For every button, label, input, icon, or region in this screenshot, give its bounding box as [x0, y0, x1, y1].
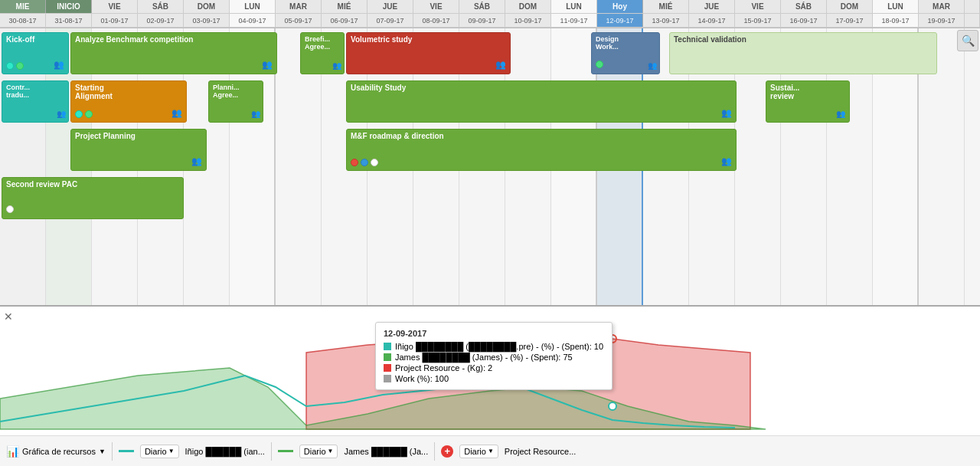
task-title-technical: Technical validation [674, 35, 933, 44]
header-day-rest [965, 0, 980, 13]
chevron-down-icon-resource: ▼ [99, 448, 106, 455]
task-title-usability: Usability Study [351, 84, 732, 92]
legend-inigo [119, 450, 134, 452]
header-day-sat3: SÁB [781, 0, 827, 13]
chevron-down-icon-inigo: ▼ [168, 448, 175, 455]
task-usability-study[interactable]: Usability Study 👥 [346, 80, 737, 123]
date-cell-5: 04-09-17S 36 [230, 14, 276, 27]
task-title-mf: M&F roadmap & direction [351, 132, 732, 140]
task-title-kick-off: Kick-off [6, 35, 64, 44]
dot-green-design [596, 61, 603, 68]
task-mf-roadmap[interactable]: M&F roadmap & direction 👥 [346, 129, 737, 171]
date-cell-6: 05-09-17 [276, 14, 322, 27]
dot-green-sa [85, 110, 93, 118]
diario-label-inigo: Diario [145, 447, 167, 456]
chart-footer-bar: 📊 Gráfica de recursos ▼ Diario ▼ Iñigo █… [0, 435, 980, 466]
task-sustai-review[interactable]: Sustai... review 👥 [766, 80, 850, 123]
tooltip-item-3-text: Project Resource - (Kg): 2 [395, 363, 492, 372]
resource-graph-label: Gráfica de recursos [22, 447, 96, 456]
task-title-design: Design [596, 35, 655, 43]
header-day-fri: VIE [92, 0, 138, 13]
task-title-second-review: Second review PAC [6, 180, 179, 189]
resource-graph-button[interactable]: 📊 Gráfica de recursos ▼ [6, 445, 106, 458]
svg-point-1 [609, 402, 616, 410]
legend-james [278, 450, 293, 452]
task-title-contr: Contr... [6, 84, 64, 91]
date-cell-9: 08-09-17 [413, 14, 459, 27]
dot-blue-mf [361, 159, 368, 166]
person-icon-briefing: 👥 [332, 61, 341, 70]
legend-project-resource: + [441, 445, 453, 458]
tooltip-item-3: Project Resource - (Kg): 2 [384, 363, 604, 372]
date-cell-12: 11-09-17S 37 [551, 14, 597, 27]
search-button[interactable]: 🔍 [957, 30, 978, 51]
task-briefing-agree[interactable]: Breefi... Agree... 👥 [300, 32, 345, 74]
task-analyze-benchmark[interactable]: Analyze Benchmark competition 👥 [70, 32, 277, 74]
separator-3 [434, 442, 435, 461]
diario-dropdown-inigo[interactable]: Diario ▼ [140, 445, 179, 458]
tooltip-item-2: James ████████ (James) - (%) - (Spent): … [384, 353, 604, 362]
task-technical-validation[interactable]: Technical validation [669, 32, 937, 74]
chevron-down-icon-james: ▼ [328, 448, 334, 455]
task-volumetric-study[interactable]: Volumetric study 👥 [346, 32, 511, 74]
separator-2 [271, 442, 272, 461]
task-second-review[interactable]: Second review PAC [2, 177, 184, 219]
header-day-sat2: SÁB [459, 0, 505, 13]
task-design-work[interactable]: Design Work... 👥 [591, 32, 660, 74]
task-title-planni: Planni... [213, 84, 259, 91]
tooltip-item-4: Work (%): 100 [384, 374, 604, 383]
task-title-volumetric: Volumetric study [351, 35, 506, 44]
chart-tooltip: 12-09-2017 Iñigo ████████ (████████.pre)… [375, 322, 612, 390]
tooltip-item-1: Iñigo ████████ (████████.pre) - (%) - (S… [384, 342, 604, 351]
task-title-analyze-benchmark: Analyze Benchmark competition [75, 35, 273, 44]
date-cell-20: 19-09-17 [919, 14, 965, 27]
task-planni-agree[interactable]: Planni... Agree... 👥 [208, 80, 263, 123]
date-cell-4: 03-09-17 [184, 14, 230, 27]
gantt-container: MIE INICIO VIE SÁB DOM LUN MAR MIÉ JUE V… [0, 0, 980, 466]
dot-white-mf [371, 159, 378, 166]
date-cell-3: 02-09-17 [138, 14, 184, 27]
person-icon-usability: 👥 [721, 108, 732, 117]
task-starting-alignment[interactable]: Starting Alignment 👥 [70, 80, 187, 123]
person-icon-kick-off: 👥 [54, 60, 64, 69]
person-icon-pp: 👥 [191, 156, 202, 166]
date-cell-10: 09-09-17 [459, 14, 505, 27]
task-contr-tradu[interactable]: Contr... tradu... 👥 [2, 80, 69, 123]
date-cell-8: 07-09-17 [368, 14, 413, 27]
date-cell-0: 30-08-17 [0, 14, 46, 27]
person-icon-volumetric: 👥 [495, 60, 506, 69]
legend-james-color [278, 450, 293, 452]
header-day-sat: SÁB [138, 0, 184, 13]
task-subtitle-starting: Alignment [75, 92, 182, 100]
diario-dropdown-james[interactable]: Diario ▼ [299, 445, 338, 458]
task-project-planning[interactable]: Project Planning 👥 [70, 129, 207, 171]
diario-label-pr: Diario [464, 447, 486, 456]
close-chart-button[interactable]: ✕ [4, 310, 13, 323]
task-subtitle-planni: Agree... [213, 91, 259, 99]
person-icon-mf: 👥 [721, 156, 732, 166]
date-cell-18: 17-09-17 [827, 14, 873, 27]
task-title-starting: Starting [75, 84, 182, 92]
header-day-tue: MAR [276, 0, 322, 13]
date-cell-7: 06-09-17 [322, 14, 368, 27]
task-kick-off[interactable]: Kick-off 👥 [2, 32, 69, 74]
resource-chart-area: ✕ 12-09-2017 Iñigo ████████ (████████.pr… [0, 305, 980, 466]
header-day-fri3: VIE [735, 0, 781, 13]
person-icon-planni: 👥 [251, 110, 260, 118]
chart-icon: 📊 [6, 445, 19, 458]
tooltip-item-4-text: Work (%): 100 [395, 374, 449, 383]
task-subtitle-briefing: Agree... [305, 43, 340, 51]
header-day-fri2: VIE [413, 0, 459, 13]
project-resource-name: Project Resource... [505, 447, 577, 456]
legend-inigo-color [119, 450, 134, 452]
dot-green [16, 62, 24, 70]
diario-dropdown-pr[interactable]: Diario ▼ [459, 445, 498, 458]
header-day-mon3: LUN [873, 0, 919, 13]
task-title-sustai: Sustai... [770, 84, 845, 92]
person-icon-analyze: 👥 [262, 60, 273, 69]
task-subtitle-contr: tradu... [6, 91, 64, 99]
tooltip-item-1-text: Iñigo ████████ (████████.pre) - (%) - (S… [395, 342, 603, 351]
tooltip-date: 12-09-2017 [384, 329, 604, 338]
header-day-mon2: LUN [551, 0, 597, 13]
plus-icon-pr: + [441, 445, 453, 458]
